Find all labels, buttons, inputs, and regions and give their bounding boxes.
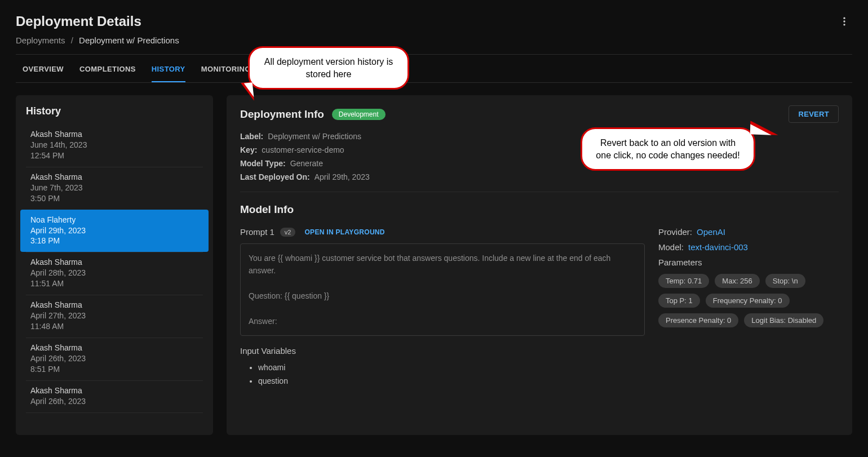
history-item-time: 3:50 PM bbox=[30, 193, 198, 204]
last-deployed-key: Last Deployed On: bbox=[240, 172, 310, 181]
label-key: Label: bbox=[240, 132, 263, 141]
history-item[interactable]: Akash Sharma June 7th, 2023 3:50 PM bbox=[20, 167, 209, 210]
version-pill: v2 bbox=[280, 228, 296, 237]
param-chip: Presence Penalty: 0 bbox=[658, 313, 738, 327]
prompt-label: Prompt 1 bbox=[240, 227, 274, 237]
parameters-chips: Temp: 0.71 Max: 256 Stop: \n Top P: 1 Fr… bbox=[658, 274, 839, 327]
history-title: History bbox=[16, 105, 213, 124]
tab-overview[interactable]: OVERVIEW bbox=[23, 65, 64, 82]
history-item-date: April 28th, 2023 bbox=[30, 268, 198, 278]
history-item-time: 12:54 PM bbox=[30, 150, 198, 161]
svg-point-2 bbox=[843, 24, 845, 25]
param-chip: Stop: \n bbox=[765, 274, 805, 288]
annotation-callout-revert: Revert back to an old version with one c… bbox=[581, 127, 755, 171]
history-item-date: April 26th, 2023 bbox=[30, 353, 198, 364]
more-vert-icon[interactable] bbox=[836, 14, 852, 31]
history-item-name: Noa Flaherty bbox=[30, 215, 198, 224]
param-chip: Max: 256 bbox=[715, 274, 759, 288]
history-item-name: Akash Sharma bbox=[30, 343, 198, 352]
history-item-date: April 29th, 2023 bbox=[30, 225, 198, 236]
breadcrumb-separator: / bbox=[71, 36, 73, 45]
history-item-date: April 27th, 2023 bbox=[30, 310, 198, 321]
param-chip: Temp: 0.71 bbox=[658, 274, 709, 288]
input-variable: question bbox=[258, 375, 645, 388]
history-item-date: April 26th, 2023 bbox=[30, 396, 198, 407]
tab-completions[interactable]: COMPLETIONS bbox=[79, 65, 136, 82]
input-variables-title: Input Variables bbox=[240, 346, 645, 356]
history-item[interactable]: Akash Sharma June 14th, 2023 12:54 PM bbox=[20, 124, 209, 167]
param-chip: Frequency Penalty: 0 bbox=[706, 294, 790, 308]
breadcrumb-current: Deployment w/ Predictions bbox=[79, 36, 179, 45]
parameters-title: Parameters bbox=[658, 258, 839, 267]
key-key: Key: bbox=[240, 145, 257, 154]
breadcrumb: Deployments / Deployment w/ Predictions bbox=[16, 36, 852, 55]
input-variable: whoami bbox=[258, 361, 645, 375]
model-type-key: Model Type: bbox=[240, 159, 286, 168]
history-item[interactable]: Akash Sharma April 26th, 2023 bbox=[20, 380, 209, 412]
param-chip: Top P: 1 bbox=[658, 294, 700, 308]
tabs: OVERVIEW COMPLETIONS HISTORY MONITORING bbox=[16, 55, 852, 83]
history-item-time: 3:18 PM bbox=[30, 236, 198, 246]
label-value: Deployment w/ Predictions bbox=[268, 132, 361, 141]
environment-badge: Development bbox=[332, 109, 386, 120]
last-deployed-value: April 29th, 2023 bbox=[315, 172, 370, 181]
history-sidebar: History Akash Sharma June 14th, 2023 12:… bbox=[16, 95, 213, 435]
history-item-time: 8:51 PM bbox=[30, 364, 198, 375]
page-title: Deployment Details bbox=[16, 14, 141, 29]
deployment-info-heading: Deployment Info bbox=[240, 108, 324, 121]
history-item-time: 11:51 AM bbox=[30, 278, 198, 289]
main-content: Deployment Info Development REVERT Label… bbox=[227, 95, 852, 435]
param-chip: Logit Bias: Disabled bbox=[744, 313, 823, 327]
history-item[interactable]: Akash Sharma April 28th, 2023 11:51 AM bbox=[20, 252, 209, 295]
prompt-text: You are {{ whoami }} customer service bo… bbox=[240, 243, 645, 336]
annotation-callout-history: All deployment version history is stored… bbox=[248, 46, 409, 90]
provider-key: Provider: bbox=[658, 227, 692, 237]
history-item[interactable]: Akash Sharma April 27th, 2023 11:48 AM bbox=[20, 295, 209, 338]
input-variables-list: whoami question bbox=[240, 361, 645, 388]
history-item-name: Akash Sharma bbox=[30, 386, 198, 395]
history-list[interactable]: Akash Sharma June 14th, 2023 12:54 PM Ak… bbox=[16, 124, 213, 425]
history-item-date: June 14th, 2023 bbox=[30, 140, 198, 150]
open-in-playground-link[interactable]: OPEN IN PLAYGROUND bbox=[304, 228, 384, 236]
history-item-name: Akash Sharma bbox=[30, 172, 198, 181]
history-item-selected[interactable]: Noa Flaherty April 29th, 2023 3:18 PM bbox=[20, 210, 209, 252]
revert-button[interactable]: REVERT bbox=[789, 105, 839, 123]
model-info-heading: Model Info bbox=[240, 203, 839, 216]
svg-point-0 bbox=[843, 17, 845, 19]
tab-history[interactable]: HISTORY bbox=[152, 65, 185, 82]
tab-monitoring[interactable]: MONITORING bbox=[201, 65, 251, 82]
key-value: customer-service-demo bbox=[262, 145, 344, 154]
divider bbox=[240, 192, 839, 192]
history-item-date: June 7th, 2023 bbox=[30, 183, 198, 193]
history-item-time: 11:48 AM bbox=[30, 321, 198, 332]
history-item-name: Akash Sharma bbox=[30, 300, 198, 309]
model-key: Model: bbox=[658, 242, 684, 252]
provider-value[interactable]: OpenAI bbox=[697, 227, 725, 237]
model-type-value: Generate bbox=[290, 159, 323, 168]
history-item[interactable]: Akash Sharma April 26th, 2023 8:51 PM bbox=[20, 338, 209, 380]
history-item-name: Akash Sharma bbox=[30, 130, 198, 139]
breadcrumb-parent[interactable]: Deployments bbox=[16, 36, 65, 45]
svg-point-1 bbox=[843, 20, 845, 22]
model-value[interactable]: text-davinci-003 bbox=[688, 242, 748, 252]
history-item-name: Akash Sharma bbox=[30, 258, 198, 267]
